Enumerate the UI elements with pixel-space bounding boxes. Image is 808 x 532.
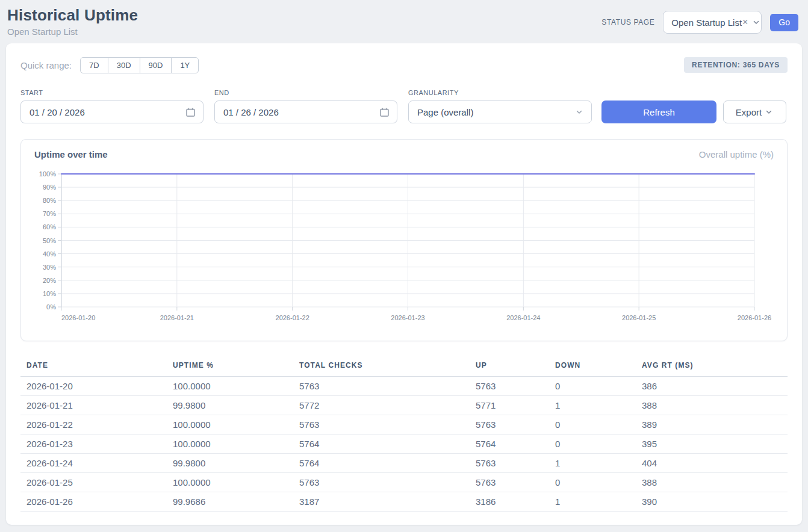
table-cell: 0 <box>549 435 636 454</box>
table-cell: 389 <box>636 415 788 435</box>
table-row: 2026-01-23100.0000576457640395 <box>20 435 788 454</box>
refresh-button[interactable]: Refresh <box>601 101 716 123</box>
export-button[interactable]: Export <box>723 101 786 123</box>
table-cell: 0 <box>549 415 636 435</box>
granularity-label: GRANULARITY <box>408 89 592 96</box>
table-cell: 5763 <box>293 473 470 492</box>
table-cell: 2026-01-23 <box>20 435 167 454</box>
start-date-input[interactable]: 01 / 20 / 2026 <box>20 101 204 123</box>
quick-range-label: Quick range: <box>20 60 72 70</box>
chart-header: Uptime over time Overall uptime (%) <box>33 149 775 159</box>
column-header-avg-rt: AVG RT (MS) <box>636 356 788 377</box>
uptime-line-chart: 0%10%20%30%40%50%60%70%80%90%100%2026-01… <box>33 168 775 332</box>
table-header: DATE UPTIME % TOTAL CHECKS UP DOWN AVG R… <box>20 356 788 377</box>
table-cell: 100.0000 <box>167 377 293 396</box>
table-cell: 2026-01-21 <box>20 396 167 415</box>
svg-text:30%: 30% <box>43 264 56 271</box>
svg-text:80%: 80% <box>43 197 56 204</box>
table-cell: 5772 <box>293 396 470 415</box>
table-cell: 404 <box>636 454 788 473</box>
table-cell: 395 <box>636 435 788 454</box>
table-cell: 2026-01-22 <box>20 415 167 435</box>
table-cell: 1 <box>549 492 636 512</box>
end-date-input[interactable]: 01 / 26 / 2026 <box>214 101 397 123</box>
svg-text:2026-01-21: 2026-01-21 <box>160 314 194 321</box>
start-date-field: START 01 / 20 / 2026 <box>20 89 204 123</box>
end-date-label: END <box>214 89 397 96</box>
status-page-selected-value: Open Startup List <box>671 17 742 28</box>
retention-badge: RETENTION: 365 DAYS <box>684 57 788 73</box>
quick-range-90d[interactable]: 90D <box>140 57 172 73</box>
column-header-date: DATE <box>20 356 167 377</box>
table-cell: 388 <box>636 396 788 415</box>
main-panel: Quick range: 7D 30D 90D 1Y RETENTION: 36… <box>6 43 802 525</box>
quick-range-7d[interactable]: 7D <box>80 57 108 73</box>
svg-text:40%: 40% <box>43 250 56 258</box>
filter-row: START 01 / 20 / 2026 END 01 / 26 / 2026 <box>20 89 788 123</box>
table-row: 2026-01-20100.0000576357630386 <box>20 377 788 396</box>
table-cell: 5764 <box>293 454 470 473</box>
end-date-field: END 01 / 26 / 2026 <box>214 89 397 123</box>
table-cell: 2026-01-24 <box>20 454 167 473</box>
table-cell: 5763 <box>293 377 470 396</box>
svg-text:50%: 50% <box>43 237 56 244</box>
column-header-total-checks: TOTAL CHECKS <box>293 356 470 377</box>
table-cell: 386 <box>636 377 788 396</box>
table-cell: 100.0000 <box>167 415 293 435</box>
column-header-uptime: UPTIME % <box>167 356 293 377</box>
quick-range-30d[interactable]: 30D <box>108 57 140 73</box>
column-header-down: DOWN <box>549 356 636 377</box>
table-cell: 2026-01-25 <box>20 473 167 492</box>
svg-text:60%: 60% <box>43 223 56 230</box>
table-cell: 5764 <box>293 435 470 454</box>
svg-text:2026-01-24: 2026-01-24 <box>506 314 540 321</box>
chevron-down-icon <box>751 17 761 27</box>
table-cell: 1 <box>549 454 636 473</box>
start-date-label: START <box>20 89 204 96</box>
table-cell: 1 <box>549 396 636 415</box>
calendar-icon[interactable] <box>379 107 390 117</box>
chart-title: Uptime over time <box>34 149 108 159</box>
chart-legend: Overall uptime (%) <box>699 149 774 159</box>
top-bar: Historical Uptime Open Startup List STAT… <box>0 0 808 37</box>
quick-range-1y[interactable]: 1Y <box>171 57 199 73</box>
table-row: 2026-01-2199.9800577257711388 <box>20 396 788 415</box>
status-page-label: STATUS PAGE <box>601 18 654 26</box>
uptime-table-body: 2026-01-20100.00005763576303862026-01-21… <box>20 377 788 512</box>
granularity-field: GRANULARITY Page (overall) <box>408 89 592 123</box>
page-title: Historical Uptime <box>7 6 138 25</box>
title-block: Historical Uptime Open Startup List <box>7 6 138 37</box>
clear-selection-icon[interactable]: × <box>742 17 748 28</box>
svg-text:2026-01-22: 2026-01-22 <box>276 314 309 321</box>
svg-text:2026-01-20: 2026-01-20 <box>61 314 95 321</box>
table-cell: 5763 <box>293 415 470 435</box>
export-button-label: Export <box>736 107 762 117</box>
calendar-icon[interactable] <box>185 107 196 117</box>
table-row: 2026-01-25100.0000576357630388 <box>20 473 788 492</box>
column-header-up: UP <box>470 356 549 377</box>
svg-text:70%: 70% <box>43 210 56 217</box>
svg-text:100%: 100% <box>39 170 56 178</box>
uptime-chart-card: Uptime over time Overall uptime (%) 0%10… <box>20 139 788 341</box>
chevron-down-icon <box>764 107 774 117</box>
go-button[interactable]: Go <box>770 14 798 31</box>
status-page-row: STATUS PAGE Open Startup List × Go <box>601 11 798 34</box>
svg-text:2026-01-25: 2026-01-25 <box>622 314 656 321</box>
table-cell: 5764 <box>470 435 549 454</box>
table-cell: 5763 <box>470 415 549 435</box>
table-cell: 100.0000 <box>167 435 293 454</box>
svg-text:90%: 90% <box>43 184 56 191</box>
granularity-selected-value: Page (overall) <box>417 107 574 117</box>
table-cell: 3187 <box>293 492 470 512</box>
table-cell: 99.9800 <box>167 396 293 415</box>
table-cell: 0 <box>549 377 636 396</box>
status-page-select[interactable]: Open Startup List × <box>663 11 762 34</box>
table-cell: 99.9800 <box>167 454 293 473</box>
table-cell: 2026-01-20 <box>20 377 167 396</box>
table-row: 2026-01-2699.9686318731861390 <box>20 492 788 512</box>
table-cell: 3186 <box>470 492 549 512</box>
chevron-down-icon <box>574 107 584 117</box>
table-cell: 2026-01-26 <box>20 492 167 512</box>
granularity-select[interactable]: Page (overall) <box>408 101 592 123</box>
svg-text:0%: 0% <box>46 303 56 311</box>
